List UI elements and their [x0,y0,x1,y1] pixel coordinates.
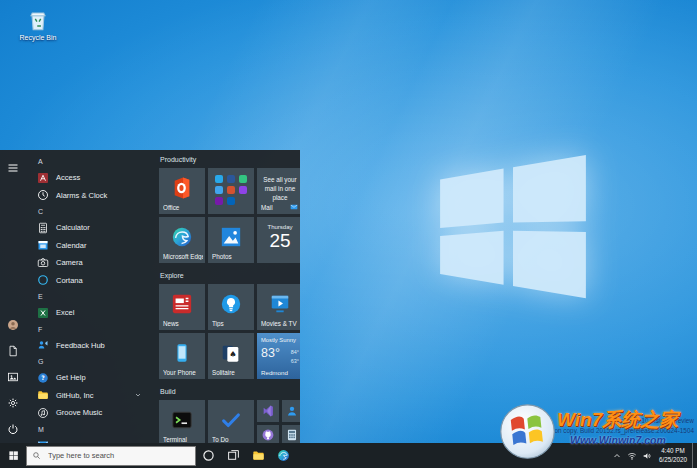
office-icon [170,176,195,201]
taskbar-button-file-explorer[interactable] [246,443,271,468]
app-item-get-help[interactable]: ?Get Help [28,369,149,387]
tile-photos[interactable]: Photos [208,217,254,263]
app-item-label: Alarms & Clock [56,191,107,200]
app-item-access[interactable]: Access [28,169,149,187]
your-phone-icon [171,342,193,364]
edge-icon [277,449,290,462]
tile-news[interactable]: News [159,284,205,330]
tile-terminal[interactable]: Terminal [159,400,205,443]
pictures-icon [7,371,19,383]
tile-label: News [163,320,203,327]
windows-logo-icon [432,152,594,304]
tile-mail[interactable]: See all your mail in one placeMail [257,168,300,214]
svg-text:♠: ♠ [229,349,236,359]
tile-calculator-grid[interactable] [282,425,301,444]
github-icon [261,429,274,442]
recycle-bin-icon [25,7,51,33]
tile-microsoft-edge[interactable]: Microsoft Edge [159,217,205,263]
tile-to-do[interactable]: To Do [208,400,254,443]
tile-weather[interactable]: Mostly Sunny83°84°63°Redmond [257,333,300,379]
app-item-label: Calendar [56,241,86,250]
taskbar-button-edge[interactable] [271,443,296,468]
tile-microsoft-365[interactable] [208,168,254,214]
tile-label: Mail [261,204,273,211]
show-desktop-button[interactable] [692,443,697,468]
tile-your-phone[interactable]: Your Phone [159,333,205,379]
app-item-camera[interactable]: Camera [28,254,149,272]
magnifier-icon [32,451,41,460]
app-item-calculator[interactable]: Calculator [28,219,149,237]
app-list-section-e[interactable]: E [28,289,149,304]
app-list-section-f[interactable]: F [28,322,149,337]
tray-network[interactable] [625,443,640,468]
tray-volume[interactable] [640,443,655,468]
folder-icon [37,389,49,401]
rail-button-pictures[interactable] [0,366,25,388]
start-button[interactable] [0,443,26,468]
rail-button-user[interactable] [0,314,25,336]
rail-button-documents[interactable] [0,340,25,362]
app-list-section-c[interactable]: C [28,204,149,219]
app-list-section-g[interactable]: G [28,354,149,369]
app-list-section-m[interactable]: M [28,422,149,437]
app-item-calendar[interactable]: Calendar [28,237,149,255]
cortana-icon [37,274,49,286]
desktop-icon-recycle-bin[interactable]: Recycle Bin [12,7,64,41]
task-view-icon [227,449,240,462]
start-menu-rail [0,150,25,443]
tile-calendar[interactable]: Thursday25 [257,217,300,263]
app-item-alarms-clock[interactable]: Alarms & Clock [28,187,149,205]
taskbar-button-cortana[interactable] [196,443,221,468]
tray-hidden-icons[interactable] [610,443,625,468]
weather-high: 84° [291,348,299,357]
visual-studio-icon [261,404,274,417]
app-item-label: Calculator [56,223,90,232]
rail-button-settings[interactable] [0,392,25,414]
tile-person[interactable] [282,400,301,422]
app-list-section-a[interactable]: A [28,154,149,169]
app-item-excel[interactable]: Excel [28,304,149,322]
tile-visual-studio[interactable] [257,400,279,422]
tile-group-productivity: ProductivityOfficeSee all your mail in o… [159,156,300,263]
feedback-hub-icon [37,339,49,351]
app-item-groove-music[interactable]: Groove Music [28,404,149,422]
app-item-feedback-hub[interactable]: Feedback Hub [28,337,149,355]
tile-label: To Do [212,436,252,443]
tile-label: Microsoft Edge [163,253,203,260]
tile-label: Office [163,204,203,211]
tile-office[interactable]: Office [159,168,205,214]
insider-line2: Evaluation copy. Build 20152.rs_prerelea… [532,426,694,436]
rail-button-menu[interactable] [0,157,25,179]
calculator-grid-icon [286,429,299,442]
to-do-icon [220,409,242,431]
terminal-icon [171,409,193,431]
cortana-ring-icon [202,449,215,462]
weather-location: Redmond [261,369,288,376]
taskbar-button-task-view[interactable] [221,443,246,468]
weather-high-low: 84°63° [291,348,299,365]
tile-grid: OfficeSee all your mail in one placeMail… [159,168,300,263]
tile-movies-tv[interactable]: Movies & TV [257,284,300,330]
taskbar-search[interactable] [26,446,196,466]
hamburger-icon [7,162,19,174]
m365-grid-icon [215,175,247,203]
tile-label: Your Phone [163,369,203,376]
taskbar-clock[interactable]: 4:40 PM 6/25/2020 [659,447,687,464]
document-icon [7,345,19,357]
tile-tips[interactable]: Tips [208,284,254,330]
search-input[interactable] [46,450,168,461]
app-item-github-inc[interactable]: GitHub, Inc [28,387,149,405]
tips-icon [220,293,242,315]
rail-button-power[interactable] [0,418,25,440]
tile-solitaire[interactable]: ♠Solitaire [208,333,254,379]
mail-tile-message: See all your mail in one place [261,176,299,202]
app-item-label: Cortana [56,276,83,285]
tile-github[interactable] [257,425,279,444]
edge-icon [171,226,193,248]
app-item-cortana[interactable]: Cortana [28,272,149,290]
svg-text:?: ? [41,374,45,381]
calculator-icon [37,222,49,234]
excel-icon [37,307,49,319]
wifi-icon [627,451,637,461]
taskbar-buttons [196,443,296,468]
